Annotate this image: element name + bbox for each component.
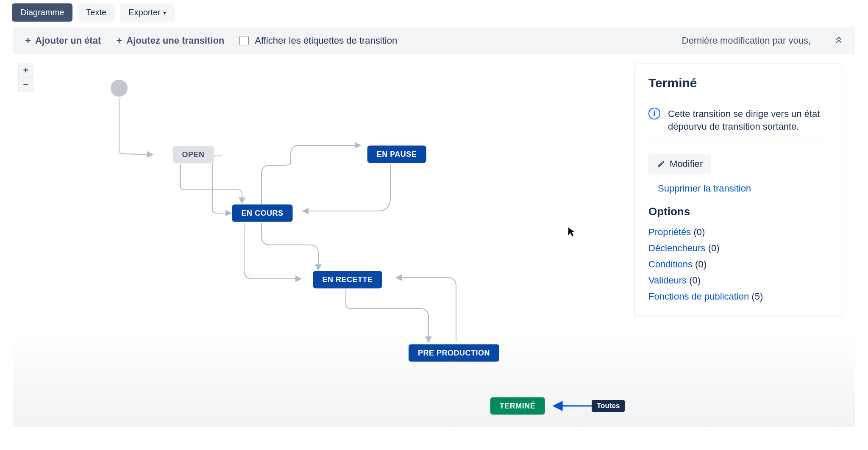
show-labels-checkbox[interactable] (239, 36, 249, 45)
plus-icon: + (25, 35, 31, 47)
tab-text[interactable]: Texte (78, 3, 115, 22)
workflow-canvas-wrapper: + − (13, 54, 855, 427)
cursor-icon (567, 227, 577, 237)
last-modified-text: Dernière modification par vous, (682, 35, 811, 46)
state-pre-production[interactable]: PRE PRODUCTION (409, 344, 499, 362)
options-list: Propriétés (0) Déclencheurs (0) Conditio… (648, 224, 828, 305)
panel-info: i Cette transition se dirige vers un éta… (648, 98, 828, 142)
option-properties-count: (0) (693, 227, 705, 237)
delete-transition-link[interactable]: Supprimer la transition (658, 183, 828, 194)
tab-export[interactable]: Exporter ▾ (120, 3, 175, 22)
transition-details-panel: Terminé i Cette transition se dirige ver… (634, 64, 842, 316)
plus-icon: + (116, 35, 122, 47)
option-validators[interactable]: Valideurs (648, 275, 687, 286)
panel-title: Terminé (648, 76, 828, 98)
show-labels-toggle[interactable]: Afficher les étiquettes de transition (239, 35, 397, 46)
option-validators-count: (0) (689, 275, 701, 286)
start-node[interactable] (111, 80, 128, 97)
option-conditions[interactable]: Conditions (648, 259, 693, 269)
state-en-recette[interactable]: EN RECETTE (313, 271, 382, 289)
workflow-toolbar: + Ajouter un état + Ajoutez une transiti… (13, 27, 855, 54)
edit-button-label: Modifier (670, 158, 703, 169)
option-triggers[interactable]: Déclencheurs (648, 243, 706, 253)
add-transition-label: Ajoutez une transition (126, 35, 224, 46)
add-state-button[interactable]: + Ajouter un état (25, 35, 101, 47)
state-en-cours[interactable]: EN COURS (232, 205, 292, 222)
info-icon: i (648, 108, 660, 119)
option-post-functions-count: (5) (751, 291, 763, 302)
pencil-icon (657, 160, 665, 168)
options-heading: Options (648, 205, 828, 218)
option-properties[interactable]: Propriétés (648, 227, 691, 237)
edit-transition-button[interactable]: Modifier (648, 154, 711, 174)
state-termine[interactable]: TERMINÉ (490, 397, 545, 415)
state-open[interactable]: OPEN (172, 146, 214, 164)
tab-diagram[interactable]: Diagramme (12, 3, 72, 22)
option-triggers-count: (0) (708, 243, 720, 253)
add-state-label: Ajouter un état (35, 35, 101, 46)
option-conditions-count: (0) (695, 259, 707, 269)
collapse-icon[interactable] (835, 36, 843, 46)
show-labels-text: Afficher les étiquettes de transition (255, 35, 397, 46)
state-en-pause[interactable]: EN PAUSE (367, 146, 426, 163)
tab-export-label: Exporter (128, 8, 161, 17)
tab-row: Diagramme Texte Exporter ▾ (0, 0, 868, 27)
add-transition-button[interactable]: + Ajoutez une transition (116, 35, 224, 47)
chevron-down-icon: ▾ (163, 9, 166, 16)
panel-info-text: Cette transition se dirige vers un état … (668, 108, 828, 133)
transition-label-toutes[interactable]: Toutes (592, 400, 625, 412)
option-post-functions[interactable]: Fonctions de publication (648, 291, 749, 302)
